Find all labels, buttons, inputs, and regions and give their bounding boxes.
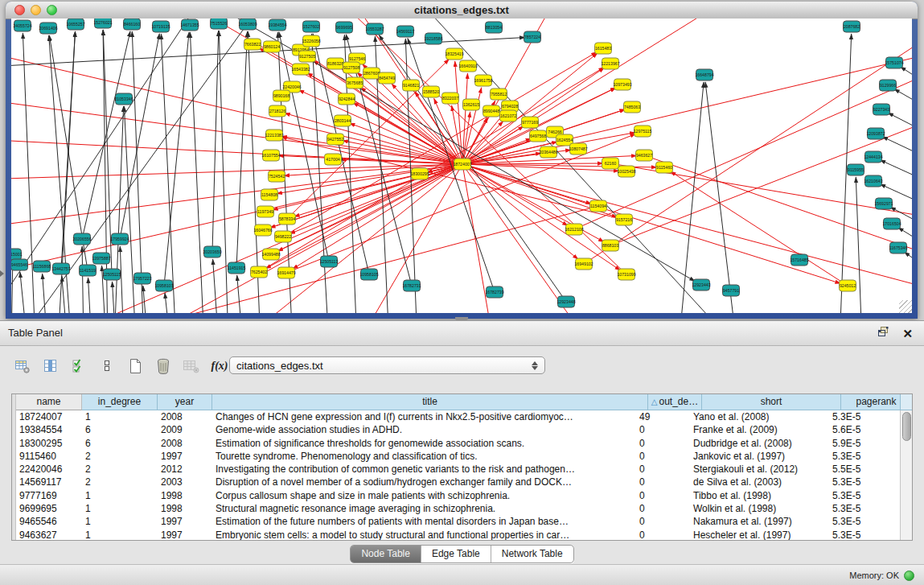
cell-title[interactable]: Corpus callosum shape and size in male p… bbox=[212, 489, 636, 502]
cell-name[interactable]: 9463627 bbox=[16, 529, 82, 540]
network-node[interactable]: 16053809 bbox=[238, 19, 257, 30]
table-row[interactable]: 969969511998Structural magnetic resonanc… bbox=[12, 502, 900, 515]
cell-title[interactable]: Embryonic stem cells: a model to study s… bbox=[212, 529, 636, 540]
network-node[interactable]: 5878334 bbox=[279, 213, 296, 225]
scrollbar-thumb[interactable] bbox=[902, 412, 911, 441]
cell-year[interactable]: 2008 bbox=[158, 410, 212, 423]
cell-out-de-[interactable]: 0 bbox=[636, 515, 690, 528]
network-node[interactable]: 9860124 bbox=[264, 41, 281, 52]
table-row[interactable]: 1830029562008Estimation of significance … bbox=[12, 437, 900, 450]
cell-pagerank[interactable]: 5.3E-5 bbox=[829, 489, 900, 502]
network-node[interactable]: 10719135 bbox=[151, 21, 170, 32]
network-node[interactable]: 12975115 bbox=[634, 126, 652, 137]
network-node[interactable]: 7515526 bbox=[211, 19, 228, 29]
cell-title[interactable]: Investigating the contribution of common… bbox=[212, 463, 636, 476]
network-node[interactable]: 12213383 bbox=[265, 130, 283, 141]
network-node[interactable]: 2867608 bbox=[363, 68, 380, 79]
network-node[interactable]: 16949102 bbox=[574, 258, 593, 270]
delete-table-icon[interactable] bbox=[182, 356, 201, 376]
cell-out-de-[interactable]: 0 bbox=[636, 489, 690, 502]
network-node[interactable]: 9242844 bbox=[339, 93, 355, 105]
cell-year[interactable]: 2009 bbox=[158, 423, 212, 436]
cell-name[interactable]: 19384554 bbox=[16, 423, 82, 436]
network-node[interactable]: 9457791 bbox=[723, 285, 740, 296]
network-node[interactable]: 8868103 bbox=[602, 240, 619, 251]
cell-in-degree[interactable]: 1 bbox=[82, 502, 158, 515]
cell-out-de-[interactable]: 0 bbox=[636, 450, 690, 463]
network-node[interactable]: 2803144 bbox=[335, 115, 351, 126]
table-row[interactable]: 1938455462009Genome-wide association stu… bbox=[12, 423, 900, 436]
cell-pagerank[interactable]: 5.6E-5 bbox=[829, 423, 900, 436]
cell-title[interactable]: Genome-wide association studies in ADHD. bbox=[212, 423, 636, 436]
column-header-in-degree[interactable]: in_degree bbox=[82, 394, 158, 410]
network-node[interactable]: 1154808 bbox=[261, 189, 278, 200]
network-node[interactable]: 13975887 bbox=[92, 253, 110, 264]
network-node[interactable]: 10958107 bbox=[154, 280, 173, 291]
network-node[interactable]: 9465546 bbox=[11, 259, 28, 270]
cell-out-de-[interactable]: 0 bbox=[636, 463, 690, 476]
row-height-icon[interactable] bbox=[97, 356, 117, 376]
network-node[interactable]: 16212108 bbox=[565, 224, 583, 235]
network-node[interactable]: 20691406 bbox=[39, 23, 57, 34]
network-node[interactable]: 8813054 bbox=[486, 22, 503, 33]
network-node[interactable]: 1141519 bbox=[80, 265, 97, 276]
network-node[interactable]: 10553287 bbox=[365, 23, 384, 35]
network-node[interactable]: 1588520 bbox=[423, 86, 440, 97]
network-node[interactable]: 12505115 bbox=[103, 269, 121, 280]
network-node[interactable]: 7955812 bbox=[491, 89, 507, 100]
cell-name[interactable]: 9699695 bbox=[16, 502, 82, 515]
network-node[interactable]: 16543382 bbox=[291, 64, 310, 75]
network-node[interactable]: 19384554 bbox=[268, 19, 286, 31]
network-node[interactable]: 21053346 bbox=[114, 93, 133, 105]
network-node[interactable]: 14569117 bbox=[396, 26, 415, 37]
cell-in-degree[interactable]: 6 bbox=[82, 437, 158, 450]
cell-in-degree[interactable]: 2 bbox=[82, 476, 158, 488]
cell-short[interactable]: de Silva et al. (2003) bbox=[690, 476, 829, 488]
network-node[interactable]: 9127508 bbox=[343, 62, 360, 73]
tab-network-table[interactable]: Network Table bbox=[491, 546, 573, 562]
column-header-title[interactable]: title bbox=[212, 394, 648, 410]
cell-short[interactable]: Dudbridge et al. (2008) bbox=[690, 437, 829, 450]
window-titlebar[interactable]: citations_edges.txt bbox=[6, 2, 918, 19]
network-node[interactable]: 9498222 bbox=[275, 231, 292, 242]
cell-short[interactable]: Stergiakouli et al. (2012) bbox=[690, 463, 829, 476]
cell-name[interactable]: 14569117 bbox=[16, 476, 82, 488]
network-node[interactable]: 15226058 bbox=[302, 35, 320, 47]
cell-short[interactable]: Jankovic et al. (1997) bbox=[690, 450, 829, 463]
network-node[interactable]: 10958105 bbox=[359, 269, 378, 280]
network-node[interactable]: 15692971 bbox=[874, 198, 893, 209]
cell-in-degree[interactable]: 1 bbox=[82, 410, 158, 423]
cell-year[interactable]: 1997 bbox=[158, 529, 212, 540]
cell-out-de-[interactable]: 0 bbox=[636, 476, 690, 488]
table-row[interactable]: 2242004622012Investigating the contribut… bbox=[12, 463, 900, 476]
cell-title[interactable]: Estimation of the future numbers of pati… bbox=[212, 515, 636, 528]
network-node[interactable]: 17959924 bbox=[110, 233, 129, 245]
network-node[interactable]: 8990448 bbox=[483, 105, 500, 117]
cell-short[interactable]: Yano et al. (2008) bbox=[690, 410, 829, 423]
cell-pagerank[interactable]: 5.3E-5 bbox=[829, 529, 900, 540]
network-node[interactable]: 12505113 bbox=[320, 256, 339, 267]
network-node[interactable]: 9146821 bbox=[403, 80, 420, 91]
network-node[interactable]: 12923448 bbox=[556, 296, 575, 307]
cell-name[interactable]: 9777169 bbox=[16, 489, 82, 502]
vertical-scrollbar[interactable] bbox=[900, 410, 912, 540]
zoom-window-button[interactable] bbox=[47, 5, 57, 15]
cell-name[interactable]: 9115460 bbox=[16, 450, 82, 463]
network-node[interactable]: 16210643 bbox=[864, 175, 882, 187]
cell-title[interactable]: Estimation of significance thresholds fo… bbox=[212, 437, 636, 450]
network-node[interactable]: 8454749 bbox=[379, 72, 396, 84]
network-node[interactable]: 8466160 bbox=[124, 19, 141, 30]
memory-ok-indicator-icon[interactable] bbox=[904, 571, 914, 581]
network-node[interactable]: 16961758 bbox=[474, 75, 492, 86]
network-node[interactable]: 11451915 bbox=[228, 262, 246, 274]
cell-name[interactable]: 18724007 bbox=[16, 410, 82, 423]
network-node[interactable]: 9463627 bbox=[636, 150, 653, 161]
network-node[interactable]: 9777169 bbox=[522, 117, 539, 128]
cell-in-degree[interactable]: 2 bbox=[82, 450, 158, 463]
resize-grip-icon[interactable] bbox=[899, 300, 912, 313]
network-node[interactable]: 9245012 bbox=[840, 280, 856, 291]
network-node[interactable]: 15615001 bbox=[11, 249, 23, 260]
network-node[interactable]: 24055724 bbox=[13, 20, 31, 31]
network-graph[interactable]: 18724007 7663822 9860124 8912954 1522605… bbox=[11, 19, 912, 313]
network-node[interactable]: 9227343 bbox=[873, 104, 890, 115]
